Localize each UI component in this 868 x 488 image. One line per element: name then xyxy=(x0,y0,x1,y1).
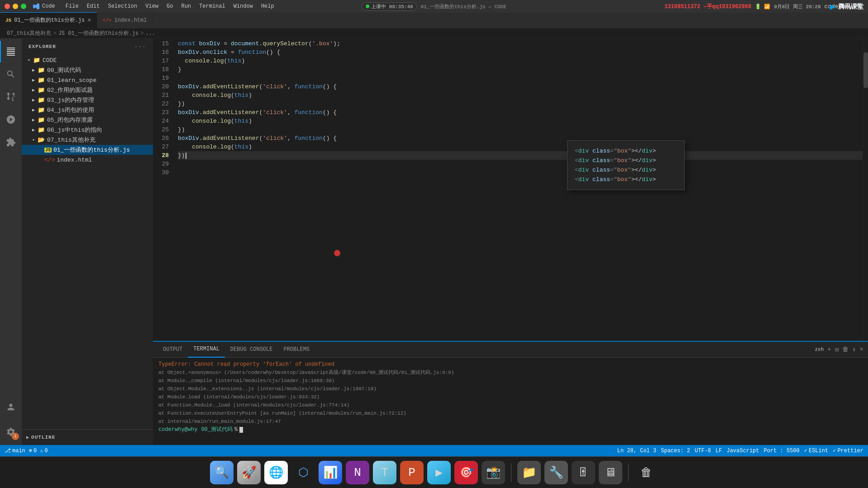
code-text-area[interactable]: const boxDiv = document.querySelector('.… xyxy=(173,38,863,341)
status-git[interactable]: ⎇ main xyxy=(5,447,25,454)
tab-html-file[interactable]: </> index.html xyxy=(97,12,153,28)
dock-launchpad[interactable]: 🚀 xyxy=(237,461,261,484)
activity-search[interactable] xyxy=(0,63,22,85)
dock-finder[interactable]: 🔍 xyxy=(210,461,234,484)
dock-onenote[interactable]: N xyxy=(346,461,369,484)
menu-selection[interactable]: Selection xyxy=(104,2,141,10)
menu-window[interactable]: Window xyxy=(230,2,257,10)
folder-04-arrow: ▶ xyxy=(30,107,37,113)
tab-terminal[interactable]: TERMINAL xyxy=(188,342,225,358)
js-icon: JS xyxy=(44,148,52,153)
sidebar-item-05[interactable]: ▶ 📁 05_闭包内存泄露 xyxy=(22,115,153,125)
outline-section[interactable]: ▶ OUTLINE xyxy=(22,429,153,445)
tree-root[interactable]: ▾ 📁 CODE xyxy=(22,55,153,65)
sidebar-item-00[interactable]: ▶ 📁 00_测试代码 xyxy=(22,65,153,75)
activity-settings[interactable]: 1 xyxy=(0,421,22,443)
terminal-maximize-icon[interactable]: ⬆ xyxy=(852,346,856,354)
sidebar-item-03[interactable]: ▶ 📁 03_js的内存管理 xyxy=(22,95,153,105)
status-spaces[interactable]: Spaces: 2 xyxy=(661,448,690,454)
status-line-ending[interactable]: LF xyxy=(715,448,722,454)
finder2-icon: 📁 xyxy=(522,465,536,480)
dock-vscode[interactable]: ⬡ xyxy=(291,461,315,484)
activity-source-control[interactable] xyxy=(0,86,22,108)
breadcrumb-sep1: > xyxy=(53,30,56,37)
menu-go[interactable]: Go xyxy=(163,2,176,10)
dock-red-app[interactable]: 🎯 xyxy=(454,461,478,484)
menu-run[interactable]: Run xyxy=(177,2,195,10)
dock-audio[interactable]: 🎚 xyxy=(572,461,595,484)
app-name-section: Code xyxy=(33,3,55,10)
scroll-thumb[interactable] xyxy=(863,52,868,88)
datetime-label: 9月8日 周三 20:28 xyxy=(774,3,820,10)
tab-debug-console[interactable]: DEBUG CONSOLE xyxy=(225,342,278,358)
menu-terminal[interactable]: Terminal xyxy=(196,2,229,10)
status-encoding[interactable]: UTF-8 xyxy=(695,448,711,454)
tab-output[interactable]: OUTPUT xyxy=(157,342,188,358)
breadcrumb-part2[interactable]: JS 01_一些函数的this分析.js xyxy=(58,29,139,37)
breadcrumb-part1[interactable]: 07_this其他补充 xyxy=(7,29,51,37)
dock-screen-app[interactable]: 🖥 xyxy=(599,461,622,484)
code-editor[interactable]: 15 16 17 18 19 20 21 22 23 24 25 26 27 2… xyxy=(153,38,868,445)
activity-run-debug[interactable] xyxy=(0,109,22,130)
tab-js-file[interactable]: JS 01_一些函数的this分析.js × xyxy=(0,12,97,28)
activity-explorer[interactable] xyxy=(0,41,22,62)
tab-close-js[interactable]: × xyxy=(87,17,91,24)
live-timer[interactable]: 上课中 00:35:48 xyxy=(362,2,417,11)
sidebar-item-06[interactable]: ▶ 📁 06_js中this的指向 xyxy=(22,125,153,135)
status-language[interactable]: JavaScript xyxy=(726,448,759,454)
dock-powerpoint[interactable]: P xyxy=(400,461,424,484)
tab-problems[interactable]: PROBLEMS xyxy=(278,342,315,358)
minimize-button[interactable] xyxy=(13,4,18,9)
tools-icon: 🔧 xyxy=(549,465,563,480)
status-eslint[interactable]: ✓ ESLint xyxy=(804,447,828,454)
dock-finder2[interactable]: 📁 xyxy=(517,461,541,484)
line-num-23: 23 xyxy=(153,108,169,117)
sidebar-item-02[interactable]: ▶ 📁 02_作用的面试题 xyxy=(22,85,153,95)
tab-problems-label: PROBLEMS xyxy=(283,346,310,353)
dock-chrome[interactable]: 🌐 xyxy=(264,461,288,484)
tencent-label: 腾讯课堂 xyxy=(838,3,863,11)
menu-help[interactable]: Help xyxy=(258,2,278,10)
code-line-22: }) xyxy=(178,100,863,108)
activity-accounts[interactable] xyxy=(0,396,22,418)
folder-00-icon: 📁 xyxy=(37,67,45,74)
line-num-21: 21 xyxy=(153,91,169,100)
folder-04-label: 04_js闭包的使用 xyxy=(47,106,94,114)
status-port[interactable]: Port : 5500 xyxy=(763,448,799,454)
dock-tools[interactable]: 🔧 xyxy=(544,461,568,484)
editor-scrollbar[interactable] xyxy=(863,38,868,341)
language-label: JavaScript xyxy=(726,448,759,454)
dock-typora[interactable]: T xyxy=(373,461,396,484)
maximize-button[interactable] xyxy=(21,4,26,9)
status-position[interactable]: Ln 28, Col 3 xyxy=(617,448,656,454)
outline-arrow: ▶ xyxy=(26,435,29,440)
terminal-close-icon[interactable]: × xyxy=(860,346,863,353)
status-bar: ⎇ main ⊗ 0 ⚠ 0 Ln 28, Col 3 Spaces: 2 UT… xyxy=(0,445,868,456)
sidebar-item-07[interactable]: ▾ 📂 07_this其他补充 xyxy=(22,135,153,145)
terminal-trash-icon[interactable]: 🗑 xyxy=(842,346,849,353)
dock-capture[interactable]: 📸 xyxy=(482,461,505,484)
status-prettier[interactable]: ✓ Prettier xyxy=(833,447,863,454)
close-button[interactable] xyxy=(5,4,10,9)
tooltip-line-3: <div class="box"></div> xyxy=(575,165,677,175)
breadcrumb: 07_this其他补充 > JS 01_一些函数的this分析.js > ... xyxy=(0,29,868,38)
dock-app5[interactable]: 📊 xyxy=(319,461,342,484)
folder-07-label: 07_this其他补充 xyxy=(47,136,95,144)
menu-edit[interactable]: Edit xyxy=(83,2,104,10)
outline-label: OUTLINE xyxy=(31,435,55,440)
dock-tencent-class[interactable]: ▶ xyxy=(427,461,451,484)
terminal-split-icon[interactable]: ⊟ xyxy=(835,346,839,354)
activity-extensions[interactable] xyxy=(0,131,22,153)
sidebar-item-04[interactable]: ▶ 📁 04_js闭包的使用 xyxy=(22,105,153,115)
sidebar-item-js[interactable]: ▶ JS 01_一些函数的this分析.js xyxy=(22,145,153,155)
sidebar-menu-button[interactable]: ··· xyxy=(134,44,146,49)
dock-trash[interactable]: 🗑 xyxy=(634,461,658,484)
menu-view[interactable]: View xyxy=(142,2,162,10)
menu-file[interactable]: File xyxy=(62,2,82,10)
sidebar-item-01[interactable]: ▶ 📁 01_learn_scope xyxy=(22,75,153,85)
terminal-add-icon[interactable]: + xyxy=(827,346,831,353)
sidebar-item-html[interactable]: ▶ </> index.html xyxy=(22,155,153,165)
status-errors[interactable]: ⊗ 0 ⚠ 0 xyxy=(29,447,48,454)
code-line-28: }) xyxy=(178,151,863,160)
window-controls[interactable] xyxy=(5,4,26,9)
